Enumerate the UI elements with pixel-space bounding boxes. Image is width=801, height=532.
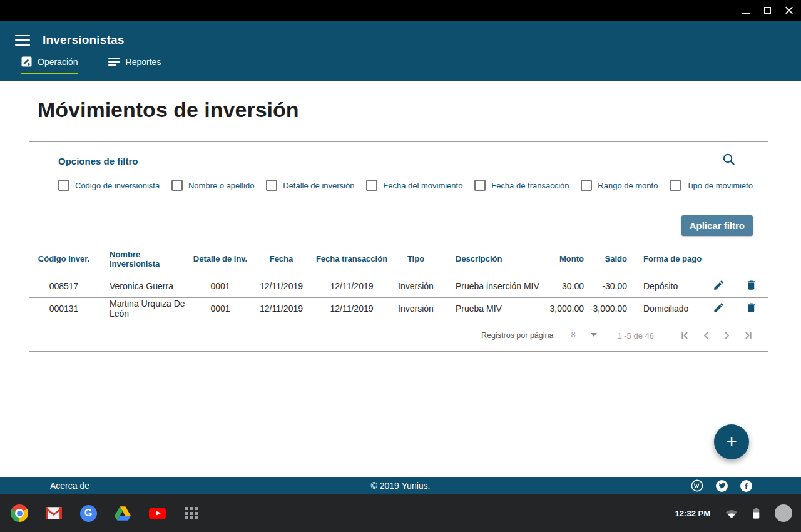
col-fecha: Fecha [252, 243, 311, 275]
cell-tipo: Inversión [392, 275, 439, 297]
col-actions [702, 243, 768, 275]
tab-reportes[interactable]: Reportes [108, 56, 161, 74]
youtube-app-button[interactable] [148, 504, 166, 522]
cell-saldo: -30.00 [586, 275, 630, 297]
close-button[interactable] [783, 6, 793, 16]
tab-reportes-label: Reportes [126, 57, 161, 67]
edit-row-button[interactable] [710, 278, 727, 294]
screen: Inversionistas Operación Reportes Móvim [0, 0, 801, 532]
rows-per-page-value: 8 [571, 330, 575, 339]
menu-icon[interactable] [15, 35, 30, 46]
last-page-button[interactable] [743, 330, 754, 341]
edit-row-button[interactable] [710, 300, 727, 317]
filter-option-codigo[interactable]: Código de inversionista [58, 180, 160, 191]
cell-fecha: 12/11/2019 [252, 275, 311, 297]
trash-icon [745, 302, 757, 314]
checkbox-rango-monto[interactable] [581, 180, 592, 191]
table-header-row: Código inver. Nombre inversionista Detal… [29, 243, 768, 275]
list-lines-icon [108, 58, 120, 66]
edit-box-icon [21, 56, 32, 67]
cell-codigo: 000131 [29, 297, 98, 320]
app-launcher-button[interactable] [183, 504, 200, 522]
filter-section: Opciones de filtro Código de inversionis… [29, 142, 768, 207]
gmail-app-button[interactable] [45, 504, 63, 522]
pencil-icon [713, 279, 725, 291]
filter-option-tipo-movimiento[interactable]: Tipo de movimieto [670, 180, 753, 191]
filter-options: Código de inversionista Nombre o apellid… [29, 180, 768, 191]
twitter-link[interactable] [716, 480, 728, 492]
social-links: f [691, 479, 752, 492]
filter-option-detalle[interactable]: Detalle de inversión [266, 180, 354, 191]
search-icon [722, 152, 737, 167]
window-titlebar [0, 0, 801, 21]
search-button[interactable] [722, 152, 737, 169]
checkbox-fecha-transaccion[interactable] [474, 180, 486, 191]
chrome-icon [11, 504, 28, 522]
gmail-icon [46, 507, 62, 519]
col-detalle: Detalle de inv. [189, 243, 252, 275]
minimize-button[interactable] [741, 6, 751, 16]
chevron-left-icon [700, 330, 712, 341]
next-page-button[interactable] [722, 330, 733, 341]
wifi-status-button[interactable] [725, 508, 738, 518]
add-movement-fab[interactable]: + [714, 424, 749, 459]
tab-operacion[interactable]: Operación [21, 56, 78, 74]
table-row: 000131 Martina Urquiza De León 0001 12/1… [29, 297, 768, 320]
filter-option-rango-monto[interactable]: Rango de monto [581, 180, 658, 191]
cell-actions [702, 297, 768, 320]
window-controls [741, 0, 793, 21]
battery-status-button[interactable] [753, 508, 760, 519]
wordpress-link[interactable] [691, 479, 703, 492]
pagination: Registros por página 8 1 -5 de 46 [29, 320, 768, 351]
checkbox-nombre[interactable] [171, 180, 183, 191]
chevron-right-icon [722, 330, 733, 341]
app-title: Inversionistas [43, 33, 125, 47]
previous-page-button[interactable] [700, 330, 712, 341]
delete-row-button[interactable] [743, 278, 760, 294]
checkbox-fecha-movimiento[interactable] [366, 180, 377, 191]
cell-monto: 30.00 [546, 275, 586, 297]
filter-option-fecha-transaccion[interactable]: Fecha de transacción [474, 180, 569, 191]
cell-nombre: Veronica Guerra [98, 275, 189, 297]
col-descripcion: Descripción [439, 243, 546, 275]
col-nombre: Nombre inversionista [98, 243, 189, 275]
cell-descripcion: Prueba inserción MIV [439, 275, 546, 297]
delete-row-button[interactable] [743, 300, 760, 317]
cell-forma-pago: Domiciliado [630, 297, 702, 320]
cell-detalle: 0001 [189, 275, 252, 297]
col-codigo: Código inver. [29, 243, 98, 275]
clock: 12:32 PM [675, 509, 710, 518]
copyright-text: © 2019 Yunius. [371, 481, 431, 491]
first-page-button[interactable] [679, 330, 690, 341]
filter-action-row: Aplicar filtro [29, 207, 768, 243]
cell-saldo: -3,000.00 [586, 297, 630, 320]
apply-filter-button[interactable]: Aplicar filtro [681, 215, 753, 236]
app-footer: Acerca de © 2019 Yunius. f [0, 477, 801, 494]
col-tipo: Tipo [392, 243, 439, 275]
filter-option-fecha-movimiento[interactable]: Fecha del movimiento [366, 180, 462, 191]
facebook-link[interactable]: f [740, 480, 752, 492]
page-title: Móvimientos de inversión [38, 98, 299, 122]
user-avatar[interactable] [775, 504, 792, 522]
facebook-icon: f [745, 482, 748, 492]
youtube-icon [149, 508, 166, 519]
maximize-button[interactable] [762, 6, 772, 16]
col-fecha-transaccion: Fecha transacción [311, 243, 392, 275]
col-saldo: Saldo [586, 243, 630, 275]
google-app-button[interactable]: G [79, 504, 97, 522]
drive-icon [115, 506, 131, 521]
twitter-icon [718, 482, 726, 489]
checkbox-tipo-movimiento[interactable] [670, 180, 681, 191]
main-content: Móvimientos de inversión Opciones de fil… [0, 81, 801, 477]
chrome-app-button[interactable] [11, 504, 28, 522]
filter-option-nombre[interactable]: Nombre o apellido [171, 180, 255, 191]
cell-forma-pago: Depósito [630, 275, 702, 297]
cell-nombre: Martina Urquiza De León [98, 297, 189, 320]
filter-option-label: Fecha de transacción [491, 181, 569, 190]
drive-app-button[interactable] [114, 504, 131, 522]
rows-per-page-select[interactable]: 8 [564, 329, 599, 342]
about-link[interactable]: Acerca de [50, 481, 89, 491]
checkbox-detalle[interactable] [266, 180, 277, 191]
cell-monto: 3,000.00 [546, 297, 586, 320]
checkbox-codigo[interactable] [58, 180, 69, 191]
